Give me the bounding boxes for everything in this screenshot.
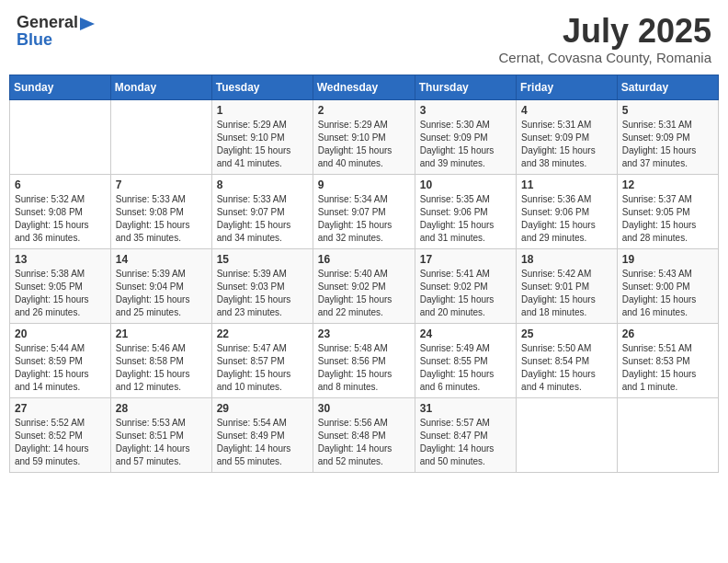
weekday-header-saturday: Saturday <box>617 75 718 99</box>
day-info: Sunrise: 5:41 AM Sunset: 9:02 PM Dayligh… <box>420 268 511 319</box>
day-info: Sunrise: 5:54 AM Sunset: 8:49 PM Dayligh… <box>217 417 308 468</box>
day-number: 12 <box>622 178 713 191</box>
calendar-cell: 8Sunrise: 5:33 AM Sunset: 9:07 PM Daylig… <box>211 174 313 248</box>
day-info: Sunrise: 5:39 AM Sunset: 9:04 PM Dayligh… <box>116 268 207 319</box>
day-info: Sunrise: 5:48 AM Sunset: 8:56 PM Dayligh… <box>318 342 410 394</box>
day-number: 17 <box>420 253 511 266</box>
day-number: 15 <box>217 253 308 266</box>
calendar-cell: 22Sunrise: 5:47 AM Sunset: 8:57 PM Dayli… <box>211 323 313 397</box>
day-info: Sunrise: 5:46 AM Sunset: 8:58 PM Dayligh… <box>116 342 207 394</box>
day-number: 14 <box>116 253 207 266</box>
day-info: Sunrise: 5:31 AM Sunset: 9:09 PM Dayligh… <box>622 119 713 170</box>
day-number: 2 <box>318 104 410 117</box>
day-number: 1 <box>217 104 308 117</box>
day-number: 10 <box>420 178 511 191</box>
svg-marker-0 <box>80 17 95 30</box>
day-info: Sunrise: 5:57 AM Sunset: 8:47 PM Dayligh… <box>420 417 511 468</box>
weekday-header-wednesday: Wednesday <box>313 75 415 99</box>
calendar-cell <box>110 99 211 174</box>
calendar-cell: 9Sunrise: 5:34 AM Sunset: 9:07 PM Daylig… <box>313 174 415 248</box>
day-info: Sunrise: 5:34 AM Sunset: 9:07 PM Dayligh… <box>318 193 410 245</box>
day-info: Sunrise: 5:33 AM Sunset: 9:08 PM Dayligh… <box>116 193 207 245</box>
day-info: Sunrise: 5:40 AM Sunset: 9:02 PM Dayligh… <box>318 268 410 319</box>
calendar-cell: 11Sunrise: 5:36 AM Sunset: 9:06 PM Dayli… <box>517 174 618 248</box>
weekday-header-friday: Friday <box>517 75 618 99</box>
day-info: Sunrise: 5:56 AM Sunset: 8:48 PM Dayligh… <box>318 417 410 468</box>
day-info: Sunrise: 5:29 AM Sunset: 9:10 PM Dayligh… <box>217 119 308 170</box>
weekday-header-sunday: Sunday <box>10 75 111 99</box>
calendar-week-row: 1Sunrise: 5:29 AM Sunset: 9:10 PM Daylig… <box>10 99 719 174</box>
day-info: Sunrise: 5:39 AM Sunset: 9:03 PM Dayligh… <box>217 268 308 319</box>
calendar-cell: 19Sunrise: 5:43 AM Sunset: 9:00 PM Dayli… <box>617 248 718 323</box>
day-number: 23 <box>318 327 410 340</box>
day-info: Sunrise: 5:49 AM Sunset: 8:55 PM Dayligh… <box>420 342 511 394</box>
day-number: 7 <box>116 178 207 191</box>
day-number: 4 <box>521 104 612 117</box>
day-number: 6 <box>15 178 106 191</box>
day-info: Sunrise: 5:30 AM Sunset: 9:09 PM Dayligh… <box>420 119 511 170</box>
logo-general-text: General <box>17 13 78 32</box>
calendar-cell: 6Sunrise: 5:32 AM Sunset: 9:08 PM Daylig… <box>10 174 111 248</box>
weekday-header-monday: Monday <box>110 75 211 99</box>
calendar-cell: 10Sunrise: 5:35 AM Sunset: 9:06 PM Dayli… <box>415 174 516 248</box>
day-number: 9 <box>318 178 410 191</box>
day-number: 18 <box>521 253 612 266</box>
day-number: 28 <box>116 402 207 415</box>
day-info: Sunrise: 5:43 AM Sunset: 9:00 PM Dayligh… <box>622 268 713 319</box>
calendar-cell: 1Sunrise: 5:29 AM Sunset: 9:10 PM Daylig… <box>211 99 313 174</box>
calendar-cell: 30Sunrise: 5:56 AM Sunset: 8:48 PM Dayli… <box>313 397 415 472</box>
calendar-week-row: 20Sunrise: 5:44 AM Sunset: 8:59 PM Dayli… <box>10 323 719 397</box>
day-info: Sunrise: 5:47 AM Sunset: 8:57 PM Dayligh… <box>217 342 308 394</box>
day-number: 22 <box>217 327 308 340</box>
day-info: Sunrise: 5:42 AM Sunset: 9:01 PM Dayligh… <box>521 268 612 319</box>
day-info: Sunrise: 5:50 AM Sunset: 8:54 PM Dayligh… <box>521 342 612 394</box>
logo-arrow-icon <box>80 17 95 30</box>
day-number: 31 <box>420 402 511 415</box>
calendar-cell: 5Sunrise: 5:31 AM Sunset: 9:09 PM Daylig… <box>617 99 718 174</box>
day-info: Sunrise: 5:33 AM Sunset: 9:07 PM Dayligh… <box>217 193 308 245</box>
calendar-cell: 21Sunrise: 5:46 AM Sunset: 8:58 PM Dayli… <box>110 323 211 397</box>
day-info: Sunrise: 5:29 AM Sunset: 9:10 PM Dayligh… <box>318 119 410 170</box>
calendar-cell: 2Sunrise: 5:29 AM Sunset: 9:10 PM Daylig… <box>313 99 415 174</box>
calendar-table: SundayMondayTuesdayWednesdayThursdayFrid… <box>9 75 719 473</box>
calendar-cell: 27Sunrise: 5:52 AM Sunset: 8:52 PM Dayli… <box>10 397 111 472</box>
calendar-cell: 18Sunrise: 5:42 AM Sunset: 9:01 PM Dayli… <box>517 248 618 323</box>
calendar-cell: 3Sunrise: 5:30 AM Sunset: 9:09 PM Daylig… <box>415 99 516 174</box>
calendar-cell: 14Sunrise: 5:39 AM Sunset: 9:04 PM Dayli… <box>110 248 211 323</box>
day-info: Sunrise: 5:51 AM Sunset: 8:53 PM Dayligh… <box>622 342 713 394</box>
calendar-cell: 28Sunrise: 5:53 AM Sunset: 8:51 PM Dayli… <box>110 397 211 472</box>
calendar-cell: 25Sunrise: 5:50 AM Sunset: 8:54 PM Dayli… <box>517 323 618 397</box>
day-number: 16 <box>318 253 410 266</box>
calendar-cell: 23Sunrise: 5:48 AM Sunset: 8:56 PM Dayli… <box>313 323 415 397</box>
calendar-cell: 26Sunrise: 5:51 AM Sunset: 8:53 PM Dayli… <box>617 323 718 397</box>
calendar-cell: 20Sunrise: 5:44 AM Sunset: 8:59 PM Dayli… <box>10 323 111 397</box>
weekday-header-tuesday: Tuesday <box>211 75 313 99</box>
weekday-header-row: SundayMondayTuesdayWednesdayThursdayFrid… <box>10 75 719 99</box>
day-number: 26 <box>622 327 713 340</box>
day-number: 27 <box>15 402 106 415</box>
title-area: July 2025 Cernat, Covasna County, Romani… <box>498 13 711 65</box>
day-info: Sunrise: 5:31 AM Sunset: 9:09 PM Dayligh… <box>521 119 612 170</box>
calendar-cell <box>517 397 618 472</box>
day-info: Sunrise: 5:38 AM Sunset: 9:05 PM Dayligh… <box>15 268 106 319</box>
calendar-cell: 24Sunrise: 5:49 AM Sunset: 8:55 PM Dayli… <box>415 323 516 397</box>
calendar-cell: 4Sunrise: 5:31 AM Sunset: 9:09 PM Daylig… <box>517 99 618 174</box>
day-number: 8 <box>217 178 308 191</box>
calendar-week-row: 13Sunrise: 5:38 AM Sunset: 9:05 PM Dayli… <box>10 248 719 323</box>
calendar-cell: 31Sunrise: 5:57 AM Sunset: 8:47 PM Dayli… <box>415 397 516 472</box>
day-info: Sunrise: 5:52 AM Sunset: 8:52 PM Dayligh… <box>15 417 106 468</box>
calendar-cell <box>10 99 111 174</box>
calendar-cell: 17Sunrise: 5:41 AM Sunset: 9:02 PM Dayli… <box>415 248 516 323</box>
calendar-cell: 15Sunrise: 5:39 AM Sunset: 9:03 PM Dayli… <box>211 248 313 323</box>
calendar-cell: 7Sunrise: 5:33 AM Sunset: 9:08 PM Daylig… <box>110 174 211 248</box>
day-info: Sunrise: 5:53 AM Sunset: 8:51 PM Dayligh… <box>116 417 207 468</box>
location-subtitle: Cernat, Covasna County, Romania <box>498 50 711 65</box>
day-info: Sunrise: 5:37 AM Sunset: 9:05 PM Dayligh… <box>622 193 713 245</box>
weekday-header-thursday: Thursday <box>415 75 516 99</box>
calendar-cell: 12Sunrise: 5:37 AM Sunset: 9:05 PM Dayli… <box>617 174 718 248</box>
day-number: 25 <box>521 327 612 340</box>
day-number: 21 <box>116 327 207 340</box>
logo-blue-text: Blue <box>17 30 95 50</box>
month-title: July 2025 <box>498 13 711 50</box>
day-number: 20 <box>15 327 106 340</box>
